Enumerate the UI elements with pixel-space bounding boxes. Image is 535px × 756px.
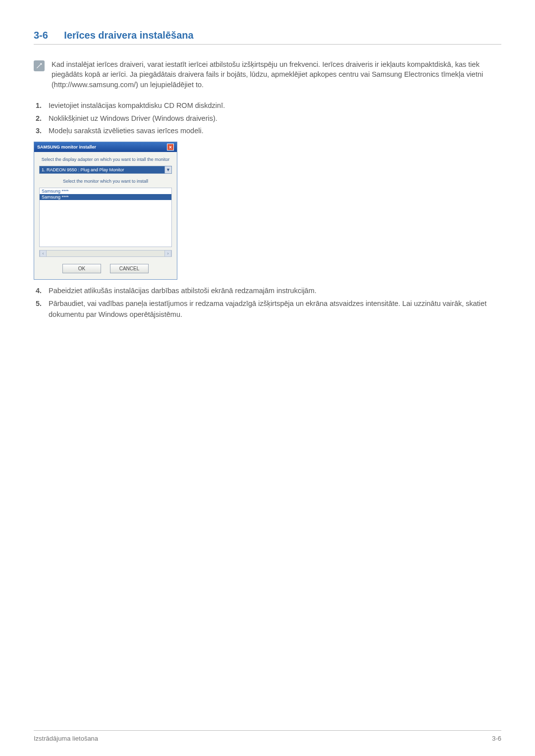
dialog-titlebar: SAMSUNG monitor installer × xyxy=(34,142,177,152)
scroll-left-icon[interactable]: ‹ xyxy=(40,251,47,256)
footer-left: Izstrādājuma lietošana xyxy=(34,735,98,742)
footer-right: 3-6 xyxy=(492,735,501,742)
step-item: Pārbaudiet, vai vadības paneļa iestatīju… xyxy=(34,299,501,320)
section-heading: 3-6 Ierīces draivera instalēšana xyxy=(34,30,501,45)
horizontal-scrollbar[interactable]: ‹ › xyxy=(39,250,172,257)
list-item[interactable]: Samsung **** xyxy=(40,188,171,194)
note-icon xyxy=(34,60,45,71)
dialog-body: Select the display adapter on which you … xyxy=(34,152,177,279)
section-title: Ierīces draivera instalēšana xyxy=(64,30,193,41)
chevron-down-icon[interactable]: ▼ xyxy=(164,166,171,173)
steps-list-a: Ievietojiet instalācijas kompaktdisku CD… xyxy=(34,101,501,137)
monitor-list[interactable]: Samsung **** Samsung **** xyxy=(39,188,172,247)
page-footer: Izstrādājuma lietošana 3-6 xyxy=(34,730,501,742)
section-number: 3-6 xyxy=(34,30,48,41)
step-item: Ievietojiet instalācijas kompaktdisku CD… xyxy=(34,101,501,111)
monitor-label: Select the monitor which you want to ins… xyxy=(39,179,172,184)
list-item[interactable]: Samsung **** xyxy=(40,194,171,200)
note-text: Kad instalējat ierīces draiveri, varat i… xyxy=(52,59,501,90)
step-item: Noklikšķiniet uz Windows Driver (Windows… xyxy=(34,113,501,124)
dialog-button-row: OK CANCEL xyxy=(39,264,172,273)
adapter-select-value: 1. RADEON 9550 : Plug and Play Monitor xyxy=(40,166,164,173)
steps-list-b: Pabeidziet atlikušās instalācijas darbīb… xyxy=(34,286,501,320)
installer-dialog: SAMSUNG monitor installer × Select the d… xyxy=(34,142,177,280)
adapter-select[interactable]: 1. RADEON 9550 : Plug and Play Monitor ▼ xyxy=(39,166,172,174)
note-block: Kad instalējat ierīces draiveri, varat i… xyxy=(34,59,501,90)
dialog-title-text: SAMSUNG monitor installer xyxy=(37,145,96,150)
step-item: Modeļu sarakstā izvēlieties savas ierīce… xyxy=(34,126,501,137)
cancel-button[interactable]: CANCEL xyxy=(110,264,149,273)
adapter-label: Select the display adapter on which you … xyxy=(39,157,172,162)
scroll-right-icon[interactable]: › xyxy=(164,251,171,256)
close-icon[interactable]: × xyxy=(167,144,174,151)
ok-button[interactable]: OK xyxy=(62,264,101,273)
step-item: Pabeidziet atlikušās instalācijas darbīb… xyxy=(34,286,501,297)
